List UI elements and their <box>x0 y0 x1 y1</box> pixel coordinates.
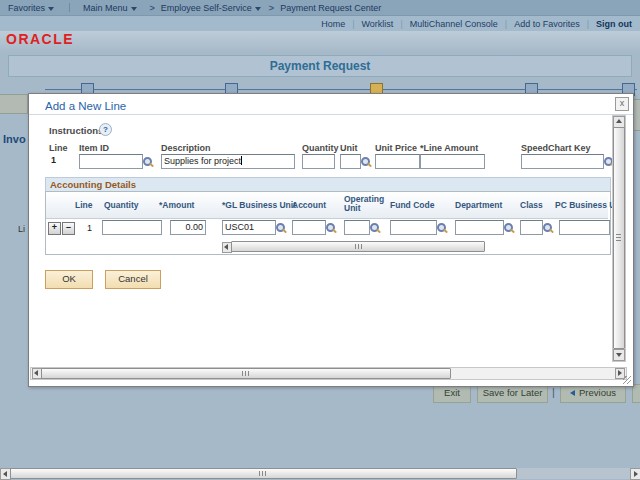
worklist-link[interactable]: Worklist <box>362 19 394 29</box>
main-menu-label: Main Menu <box>83 3 128 13</box>
dialog-vertical-scrollbar[interactable] <box>612 115 626 362</box>
chevron-down-icon <box>131 7 137 11</box>
account-lookup-icon[interactable] <box>326 223 335 232</box>
description-input[interactable]: Supplies for project <box>161 154 295 169</box>
favorites-label: Favorites <box>8 3 45 13</box>
main-menu[interactable]: Main Menu <box>83 3 139 13</box>
sign-out-link[interactable]: Sign out <box>596 19 632 29</box>
resize-grip[interactable] <box>623 376 631 384</box>
dialog-title: Add a New Line <box>45 100 126 112</box>
row-pc-business-unit-input[interactable] <box>559 220 610 235</box>
unit-label: Unit <box>340 143 358 153</box>
col-header-fund-code[interactable]: Fund Code <box>390 200 434 210</box>
scroll-down-arrow[interactable] <box>613 349 625 361</box>
dialog-horizontal-scrollbar[interactable] <box>30 367 627 380</box>
horizontal-scrollbar-thumb[interactable] <box>41 368 451 379</box>
unit-lookup-icon[interactable] <box>361 157 370 166</box>
row-fund-code-input[interactable] <box>390 220 437 235</box>
add-new-line-dialog: Add a New Line x Instructions ? Line Ite… <box>28 93 634 387</box>
department-lookup-icon[interactable] <box>504 223 513 232</box>
col-header-operating-unit[interactable]: Operating Unit <box>344 195 384 213</box>
col-header-department[interactable]: Department <box>455 200 502 210</box>
breadcrumb-label: Employee Self-Service <box>161 3 252 13</box>
breadcrumb-separator: > <box>150 3 155 13</box>
col-header-gl-business-unit[interactable]: *GL Business Unit <box>222 200 296 210</box>
page-horizontal-scrollbar[interactable] <box>0 468 640 479</box>
col-header-amount[interactable]: *Amount <box>159 200 194 210</box>
item-id-lookup-icon[interactable] <box>143 157 152 166</box>
chevron-down-icon <box>255 7 261 11</box>
item-id-input[interactable] <box>79 154 143 169</box>
row-account-input[interactable] <box>292 220 326 235</box>
line-label: Line <box>49 143 68 153</box>
row-operating-unit-input[interactable] <box>344 220 370 235</box>
speedchart-key-label: SpeedChart Key <box>521 143 591 153</box>
add-to-favorites-link[interactable]: Add to Favorites <box>514 19 580 29</box>
divider: | <box>505 19 507 29</box>
line-amount-input[interactable] <box>420 154 485 169</box>
background-fragment <box>633 99 640 131</box>
divider <box>69 3 70 12</box>
breadcrumb-employee-self-service[interactable]: Employee Self-Service <box>161 3 263 13</box>
operating-unit-lookup-icon[interactable] <box>370 223 379 232</box>
breadcrumb-bar: Favorites Main Menu > Employee Self-Serv… <box>0 0 640 16</box>
description-label: Description <box>161 143 211 153</box>
unit-input[interactable] <box>340 154 361 169</box>
background-tab-fragment <box>0 94 28 114</box>
text-cursor <box>241 156 242 165</box>
col-header-line[interactable]: Line <box>75 200 92 210</box>
row-gl-business-unit-input[interactable]: USC01 <box>222 220 276 235</box>
help-icon[interactable]: ? <box>99 123 112 136</box>
page-scrollbar-thumb[interactable] <box>10 468 517 479</box>
gl-business-unit-lookup-icon[interactable] <box>276 223 285 232</box>
divider: | <box>552 386 555 398</box>
row-amount-input[interactable]: 0.00 <box>170 220 206 235</box>
divider: | <box>400 19 402 29</box>
multichannel-console-link[interactable]: MultiChannel Console <box>410 19 498 29</box>
screen: Favorites Main Menu > Employee Self-Serv… <box>0 0 640 480</box>
col-header-class[interactable]: Class <box>520 200 543 210</box>
unit-price-input[interactable] <box>375 154 420 169</box>
row-quantity-input[interactable] <box>102 220 162 235</box>
invoice-heading-fragment: Invo <box>3 133 26 145</box>
quantity-label: Quantity <box>302 143 339 153</box>
cancel-button[interactable]: Cancel <box>105 270 161 289</box>
accounting-details-title: Accounting Details <box>50 179 136 190</box>
close-icon[interactable]: x <box>615 97 629 111</box>
col-header-quantity[interactable]: Quantity <box>104 200 138 210</box>
unit-price-label: Unit Price <box>375 143 417 153</box>
line-label-fragment: Li <box>18 224 25 234</box>
chevron-down-icon <box>48 7 54 11</box>
row-class-input[interactable] <box>520 220 543 235</box>
step-connector-line <box>45 89 637 91</box>
add-row-button[interactable]: + <box>48 222 61 235</box>
fund-code-lookup-icon[interactable] <box>437 223 446 232</box>
breadcrumb-payment-request-center[interactable]: Payment Request Center <box>280 3 381 13</box>
previous-label: Previous <box>579 387 616 398</box>
home-link[interactable]: Home <box>321 19 345 29</box>
page-title: Payment Request <box>8 55 632 77</box>
divider: | <box>352 19 354 29</box>
row-department-input[interactable] <box>455 220 504 235</box>
oracle-logo: ORACLE <box>6 31 74 47</box>
instructions-label: Instructions <box>49 125 103 136</box>
delete-row-button[interactable]: – <box>62 222 75 235</box>
previous-arrow-icon <box>570 390 575 396</box>
breadcrumb-label: Payment Request Center <box>280 3 381 13</box>
speedchart-key-input[interactable] <box>521 154 604 169</box>
ok-button[interactable]: OK <box>45 270 93 289</box>
breadcrumb-separator: > <box>269 3 274 13</box>
favorites-menu[interactable]: Favorites <box>8 3 56 13</box>
divider: | <box>587 19 589 29</box>
col-header-account[interactable]: Account <box>292 200 326 210</box>
row-line-number: 1 <box>87 223 92 233</box>
class-lookup-icon[interactable] <box>543 223 552 232</box>
quantity-input[interactable] <box>302 154 335 169</box>
grid-header-row: Line Quantity *Amount *GL Business Unit … <box>46 192 608 219</box>
page-scroll-right-arrow[interactable] <box>630 468 640 480</box>
line-amount-label: *Line Amount <box>420 143 478 153</box>
vertical-scrollbar-thumb[interactable] <box>613 127 625 349</box>
utility-link-bar: Home | Worklist | MultiChannel Console |… <box>0 16 640 31</box>
divider <box>29 114 633 115</box>
grid-scrollbar-thumb[interactable] <box>231 241 485 252</box>
